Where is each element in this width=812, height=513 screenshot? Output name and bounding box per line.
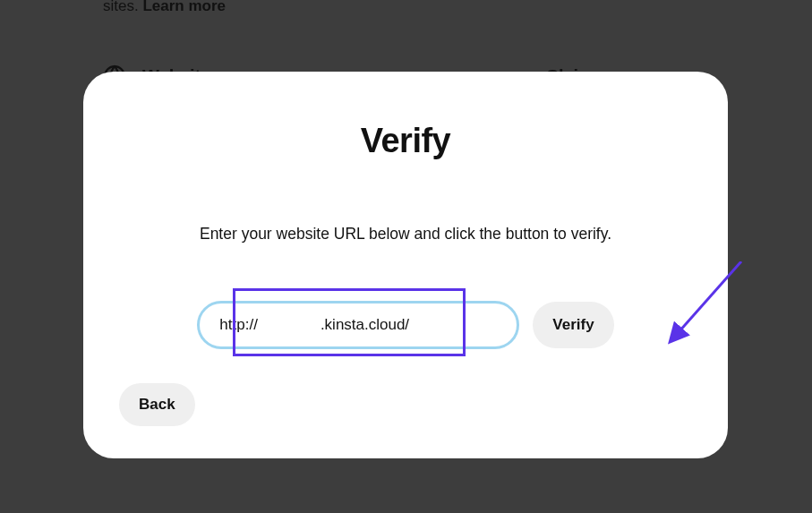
url-prefix-text: http:// [219, 316, 258, 334]
verify-button[interactable]: Verify [533, 302, 613, 348]
background-text-fragment: sites. [103, 0, 139, 14]
back-button[interactable]: Back [119, 383, 195, 426]
verify-modal: Verify Enter your website URL below and … [83, 72, 728, 458]
learn-more-link[interactable]: Learn more [142, 0, 226, 14]
website-url-input[interactable]: http:// .kinsta.cloud/ [197, 301, 519, 349]
url-input-row: http:// .kinsta.cloud/ Verify [119, 301, 692, 349]
modal-subtitle: Enter your website URL below and click t… [119, 225, 692, 244]
modal-title: Verify [119, 122, 692, 160]
background-text-line: sites. Learn more [103, 0, 812, 15]
url-suffix-text: .kinsta.cloud/ [321, 316, 409, 334]
